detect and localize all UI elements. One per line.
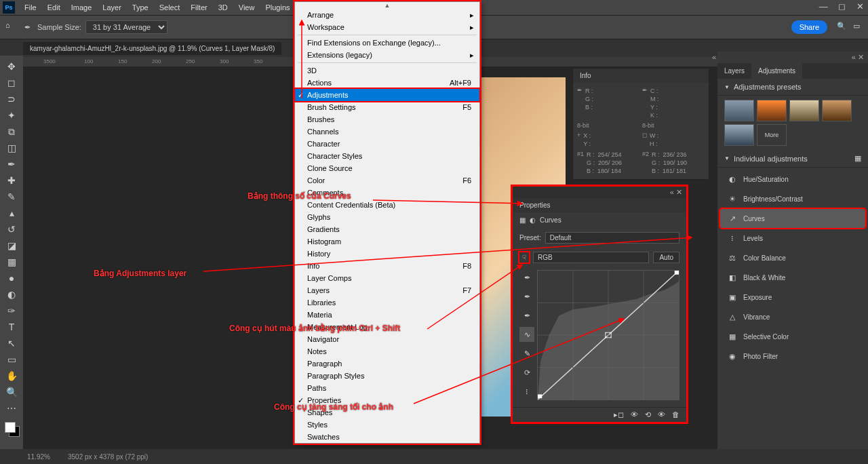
shape-tool-icon[interactable]: ▭	[2, 351, 21, 368]
share-button[interactable]: Share	[791, 20, 827, 34]
menu-item-character-styles[interactable]: Character Styles	[295, 150, 479, 162]
heal-tool-icon[interactable]: ✚	[2, 172, 21, 189]
menu-item-layer-comps[interactable]: Layer Comps	[295, 272, 479, 284]
grid-view-icon[interactable]: ▦	[854, 154, 861, 163]
channel-select[interactable]: RGB	[533, 252, 649, 263]
menu-item-styles[interactable]: Styles	[295, 419, 479, 431]
curves-graph[interactable]	[537, 270, 679, 400]
menu-item-brushes[interactable]: Brushes	[295, 113, 479, 125]
eraser-tool-icon[interactable]: ◪	[2, 237, 21, 254]
tab-layers[interactable]: Layers	[717, 63, 751, 79]
menu-item-extensions-legacy-[interactable]: Extensions (legacy)	[295, 49, 479, 61]
menu-item-notes[interactable]: Notes	[295, 345, 479, 357]
brush-tool-icon[interactable]: ✎	[2, 189, 21, 205]
auto-button[interactable]: Auto	[653, 252, 679, 263]
menu-item-character[interactable]: Character	[295, 138, 479, 150]
menu-item-content-credentials-beta-[interactable]: Content Credentials (Beta)	[295, 199, 479, 211]
adjustment-vibrance[interactable]: △Vibrance	[720, 307, 865, 326]
maximize-icon[interactable]: ◻	[838, 1, 846, 12]
menu-item-shapes[interactable]: Shapes	[295, 406, 479, 419]
adjustment-selective-color[interactable]: ▦Selective Color	[720, 327, 865, 346]
search-icon[interactable]: 🔍	[837, 22, 846, 31]
menu-item-channels[interactable]: Channels	[295, 125, 479, 138]
preset-thumb[interactable]	[724, 124, 754, 146]
menu-type[interactable]: Type	[127, 1, 154, 14]
zoom-level[interactable]: 11.92%	[27, 453, 68, 461]
stamp-tool-icon[interactable]: ▴	[2, 205, 21, 221]
chevron-down-icon[interactable]: ▼	[724, 155, 730, 161]
menu-item-gradients[interactable]: Gradients	[295, 223, 479, 235]
menu-item-brush-settings[interactable]: Brush SettingsF5	[295, 101, 479, 113]
menu-filter[interactable]: Filter	[185, 1, 212, 14]
document-tab[interactable]: kamyar-ghalamchi-AmuzHl_2r-k-unsplash.jp…	[23, 42, 281, 55]
move-tool-icon[interactable]: ✥	[2, 58, 21, 75]
panel-collapse-icon[interactable]: « ✕	[670, 188, 682, 197]
sample-size-select[interactable]: 31 by 31 Average	[85, 20, 167, 34]
menu-select[interactable]: Select	[154, 1, 186, 14]
crop-tool-icon[interactable]: ⧉	[2, 123, 21, 140]
zoom-tool-icon[interactable]: 🔍	[2, 384, 21, 400]
pencil-icon[interactable]: ✎	[519, 346, 534, 361]
menu-item-paragraph-styles[interactable]: Paragraph Styles	[295, 370, 479, 382]
smooth-icon[interactable]: ⟳	[519, 365, 534, 380]
menu-item-navigator[interactable]: Navigator	[295, 333, 479, 345]
menu-item-libraries[interactable]: Libraries	[295, 296, 479, 309]
menu-item-layers[interactable]: LayersF7	[295, 284, 479, 296]
eyedropper-tool-icon[interactable]: ✒	[2, 156, 21, 172]
panel-collapse-icon[interactable]: « ✕	[852, 53, 864, 62]
menu-item-materia[interactable]: Materia	[295, 309, 479, 321]
menu-layer[interactable]: Layer	[97, 1, 127, 14]
delete-icon[interactable]: 🗑	[672, 410, 679, 419]
adjustment-photo-filter[interactable]: ◉Photo Filter	[720, 347, 865, 366]
visibility-icon[interactable]: 👁	[631, 410, 638, 419]
adjustment-hue-saturation[interactable]: ◐Hue/Saturation	[720, 170, 865, 189]
menu-item-clone-source[interactable]: Clone Source	[295, 162, 479, 174]
reset-icon[interactable]: ⟲	[645, 410, 651, 419]
history-brush-icon[interactable]: ↺	[2, 221, 21, 237]
visibility-icon[interactable]: 👁	[658, 410, 665, 419]
menu-item-history[interactable]: History	[295, 248, 479, 260]
minimize-icon[interactable]: —	[819, 1, 828, 12]
menu-view[interactable]: View	[233, 1, 260, 14]
menu-item-find-extensions-on-exchange-legacy-[interactable]: Find Extensions on Exchange (legacy)...	[295, 37, 479, 49]
menu-image[interactable]: Image	[66, 1, 98, 14]
menu-edit[interactable]: Edit	[42, 1, 66, 14]
menu-item-color[interactable]: ColorF6	[295, 174, 479, 187]
adjustment-color-balance[interactable]: ⚖Color Balance	[720, 248, 865, 267]
home-icon[interactable]: ⌂	[5, 21, 18, 33]
lasso-tool-icon[interactable]: ⊃	[2, 91, 21, 107]
adjustment-brightness-contrast[interactable]: ☀Brightness/Contrast	[720, 189, 865, 208]
clip-icon[interactable]: ▸◻	[614, 410, 624, 419]
menu-item-properties[interactable]: Properties	[295, 394, 479, 406]
collapse-panel-icon[interactable]: «	[712, 53, 716, 61]
path-tool-icon[interactable]: ↖	[2, 335, 21, 351]
preset-thumb[interactable]	[757, 100, 787, 121]
dodge-tool-icon[interactable]: ◐	[2, 286, 21, 303]
hand-tool-icon[interactable]: ✋	[2, 368, 21, 384]
gradient-tool-icon[interactable]: ▦	[2, 254, 21, 270]
menu-item-adjustments[interactable]: Adjustments	[295, 89, 479, 101]
adjustment-exposure[interactable]: ▣Exposure	[720, 288, 865, 307]
black-eyedropper-icon[interactable]: ✒	[519, 308, 534, 323]
menu-item-swatches[interactable]: Swatches	[295, 431, 479, 443]
marquee-tool-icon[interactable]: ◻	[2, 75, 21, 91]
menu-item-actions[interactable]: ActionsAlt+F9	[295, 77, 479, 89]
preset-thumb[interactable]	[822, 100, 852, 121]
white-eyedropper-icon[interactable]: ✒	[519, 270, 534, 285]
tab-adjustments[interactable]: Adjustments	[751, 63, 802, 79]
menu-item-arrange[interactable]: Arrange	[295, 9, 479, 21]
scroll-up-icon[interactable]: ▲	[295, 2, 479, 9]
preset-thumb[interactable]	[724, 100, 754, 121]
more-presets-button[interactable]: More	[757, 124, 787, 146]
edit-toolbar-icon[interactable]: ⋯	[2, 400, 21, 417]
close-icon[interactable]: ✕	[856, 1, 864, 12]
menu-item-paragraph[interactable]: Paragraph	[295, 357, 479, 370]
target-adjustment-icon[interactable]: ☟	[519, 252, 529, 263]
menu-item-comments[interactable]: Comments	[295, 187, 479, 199]
adjustment-black-white[interactable]: ◧Black & White	[720, 268, 865, 287]
chevron-down-icon[interactable]: ▼	[724, 84, 730, 90]
workspace-icon[interactable]: ▭	[853, 22, 860, 31]
menu-item-info[interactable]: InfoF8	[295, 260, 479, 272]
menu-item-histogram[interactable]: Histogram	[295, 235, 479, 248]
blur-tool-icon[interactable]: ●	[2, 270, 21, 286]
